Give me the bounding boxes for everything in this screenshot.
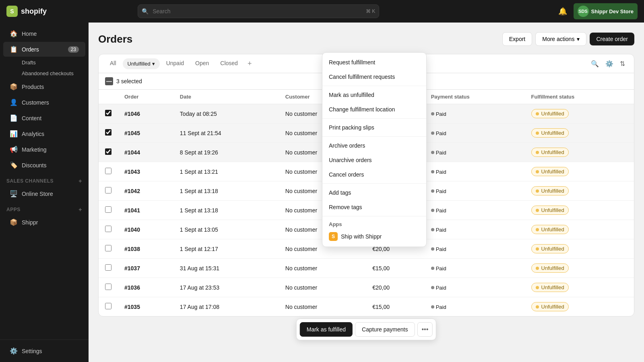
order-link[interactable]: #1044 [124,149,140,156]
sales-channels-label: Sales channels [6,178,54,184]
order-link[interactable]: #1046 [124,111,140,117]
sidebar-item-analytics[interactable]: 📊 Analytics [3,126,85,141]
table-row: #1037 31 Aug at 15:31 No customer €15,00… [99,259,634,278]
dropdown-item-cancel-orders[interactable]: Cancel orders [322,167,426,182]
row-checkbox-cell [99,278,118,297]
sidebar-item-products[interactable]: 📦 Products [3,79,85,94]
row-checkbox[interactable] [105,226,111,232]
order-link[interactable]: #1041 [124,207,140,214]
row-payment: Paid [425,297,525,317]
row-checkbox[interactable] [105,284,111,290]
sidebar-item-shippr[interactable]: 📦 Shippr [3,215,85,230]
notifications-button[interactable]: 🔔 [557,5,569,17]
tab-unfulfilled[interactable]: Unfulfilled ▾ [123,58,160,69]
sidebar-item-abandoned-checkouts[interactable]: Abandoned checkouts [19,68,89,79]
row-checkbox[interactable] [105,168,111,174]
action-bar-more-button[interactable]: ••• [417,322,433,337]
tab-unpaid[interactable]: Unpaid [161,54,189,73]
store-avatar: SDS [578,6,589,17]
sidebar-item-content[interactable]: 📄 Content [3,111,85,125]
apps-expand-icon[interactable]: + [78,206,82,213]
order-link[interactable]: #1042 [124,188,140,194]
row-checkbox[interactable] [105,206,111,213]
search-input[interactable] [138,4,379,18]
sidebar-item-orders[interactable]: 📋 Orders 23 [3,42,85,57]
order-link[interactable]: #1036 [124,284,140,291]
row-order-id: #1044 [118,143,173,162]
row-checkbox[interactable] [105,264,111,271]
capture-payments-button[interactable]: Capture payments [355,322,415,337]
order-link[interactable]: #1040 [124,226,140,233]
sort-orders-button[interactable]: ⇅ [617,58,627,70]
row-date: 8 Sept at 19:26 [173,143,279,162]
dropdown-item-print-packing-slips[interactable]: Print packing slips [322,120,426,135]
search-shortcut: ⌘ K [366,8,375,14]
page-title: Orders [98,33,502,45]
tab-unfulfilled-label: Unfulfilled [128,61,151,67]
store-selector[interactable]: SDS Shippr Dev Store [574,3,638,19]
sidebar-item-customers[interactable]: 👤 Customers [3,95,85,110]
tab-add-button[interactable]: + [244,58,255,70]
sidebar-item-online-store[interactable]: 🖥️ Online Store [3,186,85,201]
dropdown-divider-1 [322,86,426,86]
dropdown-item-ship-with-shippr[interactable]: S Ship with Shippr [322,229,426,244]
order-link[interactable]: #1045 [124,130,140,136]
tab-closed[interactable]: Closed [215,54,243,73]
export-button[interactable]: Export [502,32,532,46]
dropdown-item-mark-as-unfulfilled[interactable]: Mark as unfulfilled [322,88,426,102]
col-payment: Payment status [425,90,525,104]
apps-label: Apps [6,207,21,212]
row-customer: No customer [279,297,366,317]
row-payment: Paid [425,259,525,278]
sidebar-item-settings[interactable]: ⚙️ Settings [3,343,85,358]
sales-channels-expand-icon[interactable]: + [78,178,82,184]
page-header: Orders Export More actions ▾ Create orde… [98,32,634,46]
create-order-button[interactable]: Create order [590,33,634,45]
row-checkbox[interactable] [105,187,111,193]
order-link[interactable]: #1037 [124,265,140,272]
mark-as-fulfilled-button[interactable]: Mark as fulfilled [300,322,353,337]
search-orders-button[interactable]: 🔍 [588,58,601,70]
sidebar-item-discounts[interactable]: 🏷️ Discounts [3,158,85,173]
sidebar: 🏠 Home 📋 Orders 23 Drafts Abandoned chec… [0,23,89,362]
order-link[interactable]: #1035 [124,304,140,310]
row-date: 1 Sept at 13:05 [173,220,279,239]
deselect-all-button[interactable]: — [105,77,113,85]
sidebar-item-drafts[interactable]: Drafts [19,57,89,68]
row-checkbox[interactable] [105,245,111,251]
content-icon: 📄 [10,114,18,122]
paid-dot [431,247,434,251]
dropdown-divider-4 [322,183,426,184]
ship-with-shippr-label: Ship with Shippr [341,233,382,240]
row-fulfillment: Unfulfilled [525,143,634,162]
dropdown-item-request-fulfillment[interactable]: Request fulfillment [322,55,426,70]
dropdown-item-cancel-fulfillment-requests[interactable]: Cancel fulfillment requests [322,70,426,84]
logo-link[interactable]: S shopify [6,6,47,17]
paid-dot [431,305,434,309]
order-link[interactable]: #1043 [124,169,140,175]
sidebar-item-label: Discounts [22,162,46,169]
sidebar-item-marketing[interactable]: 📢 Marketing [3,142,85,157]
online-store-icon: 🖥️ [10,190,18,197]
row-checkbox-cell [99,162,118,181]
filter-orders-button[interactable]: ⚙️ [603,58,616,70]
dropdown-item-remove-tags[interactable]: Remove tags [322,200,426,214]
dropdown-item-add-tags[interactable]: Add tags [322,185,426,200]
row-checkbox[interactable] [105,129,111,136]
tab-open[interactable]: Open [190,54,214,73]
dropdown-item-archive-orders[interactable]: Archive orders [322,138,426,153]
sidebar-item-label: Products [22,84,44,90]
row-fulfillment: Unfulfilled [525,123,634,143]
row-checkbox[interactable] [105,303,111,309]
sidebar-item-home[interactable]: 🏠 Home [3,26,85,41]
row-payment: Paid [425,104,525,123]
row-checkbox[interactable] [105,148,111,155]
row-checkbox[interactable] [105,110,111,116]
dropdown-item-change-fulfillment-location[interactable]: Change fulfillment location [322,102,426,117]
table-row: #1035 17 Aug at 17:08 No customer €15,00… [99,297,634,317]
tab-all[interactable]: All [105,54,121,73]
more-actions-button[interactable]: More actions ▾ [535,32,586,46]
order-link[interactable]: #1038 [124,246,140,252]
dropdown-item-unarchive-orders[interactable]: Unarchive orders [322,153,426,167]
row-payment: Paid [425,278,525,297]
